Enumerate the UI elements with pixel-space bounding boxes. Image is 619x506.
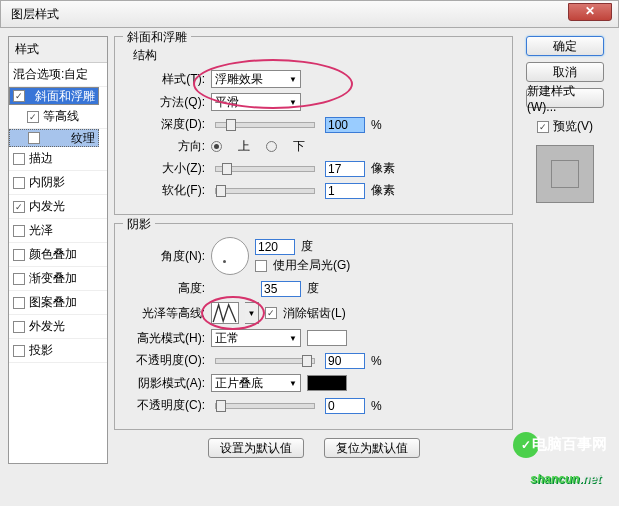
altitude-label: 高度: — [125, 280, 205, 297]
sidebar-item-inner-glow[interactable]: 内发光 — [9, 195, 107, 219]
preview-thumbnail — [536, 145, 594, 203]
antialias-checkbox[interactable] — [265, 307, 277, 319]
close-icon[interactable]: ✕ — [568, 3, 612, 21]
gloss-contour-dropdown[interactable]: ▼ — [245, 302, 259, 324]
shadow-opacity-input[interactable]: 0 — [325, 398, 365, 414]
style-label: 样式(T): — [125, 71, 205, 88]
highlight-opacity-slider[interactable] — [215, 358, 315, 364]
sidebar-header: 样式 — [9, 37, 107, 63]
sidebar-item-inner-shadow[interactable]: 内阴影 — [9, 171, 107, 195]
sidebar-item-bevel[interactable]: 斜面和浮雕 — [9, 87, 99, 105]
new-style-button[interactable]: 新建样式(W)... — [526, 88, 604, 108]
bevel-group: 斜面和浮雕 结构 样式(T): 浮雕效果▼ 方法(Q): 平滑▼ 深度(D): … — [114, 36, 513, 215]
make-default-button[interactable]: 设置为默认值 — [208, 438, 304, 458]
soften-slider[interactable] — [215, 188, 315, 194]
sidebar-blend-options[interactable]: 混合选项:自定 — [9, 63, 107, 87]
size-slider[interactable] — [215, 166, 315, 172]
size-input[interactable]: 17 — [325, 161, 365, 177]
sidebar-item-contour[interactable]: 等高线 — [9, 105, 107, 129]
dialog-title: 图层样式 — [11, 6, 59, 23]
reset-default-button[interactable]: 复位为默认值 — [324, 438, 420, 458]
highlight-color-swatch[interactable] — [307, 330, 347, 346]
chevron-down-icon: ▼ — [289, 98, 297, 107]
depth-slider[interactable] — [215, 122, 315, 128]
shading-group: 阴影 角度(N): 120 度 使用全局光(G) 高度: — [114, 223, 513, 430]
direction-down-radio[interactable] — [266, 141, 277, 152]
technique-select[interactable]: 平滑▼ — [211, 93, 301, 111]
highlight-opacity-input[interactable]: 90 — [325, 353, 365, 369]
checkbox-icon[interactable] — [13, 177, 25, 189]
checkbox-icon[interactable] — [13, 297, 25, 309]
checkbox-icon[interactable] — [13, 249, 25, 261]
checkbox-icon[interactable] — [13, 90, 25, 102]
chevron-down-icon: ▼ — [289, 334, 297, 343]
highlight-opacity-label: 不透明度(O): — [125, 352, 205, 369]
watermark-text: shancun.net — [530, 467, 601, 488]
titlebar: 图层样式 ✕ — [0, 0, 619, 28]
checkbox-icon[interactable] — [13, 225, 25, 237]
chevron-down-icon: ▼ — [289, 379, 297, 388]
angle-input[interactable]: 120 — [255, 239, 295, 255]
sidebar-item-outer-glow[interactable]: 外发光 — [9, 315, 107, 339]
shadow-opacity-slider[interactable] — [215, 403, 315, 409]
sidebar-item-color-overlay[interactable]: 颜色叠加 — [9, 243, 107, 267]
sidebar-item-pattern-overlay[interactable]: 图案叠加 — [9, 291, 107, 315]
sidebar-item-drop-shadow[interactable]: 投影 — [9, 339, 107, 363]
checkbox-icon[interactable] — [28, 132, 40, 144]
gloss-contour-preview[interactable] — [211, 302, 239, 324]
altitude-input[interactable]: 35 — [261, 281, 301, 297]
soften-label: 软化(F): — [125, 182, 205, 199]
direction-up-radio[interactable] — [211, 141, 222, 152]
preview-checkbox[interactable] — [537, 121, 549, 133]
styles-sidebar: 样式 混合选项:自定 斜面和浮雕 等高线 纹理 描边 内阴影 内发光 光泽 颜色… — [8, 36, 108, 464]
checkbox-icon[interactable] — [13, 201, 25, 213]
checkbox-icon[interactable] — [13, 321, 25, 333]
technique-label: 方法(Q): — [125, 94, 205, 111]
global-light-checkbox[interactable] — [255, 260, 267, 272]
highlight-mode-label: 高光模式(H): — [125, 330, 205, 347]
shadow-mode-label: 阴影模式(A): — [125, 375, 205, 392]
checkbox-icon[interactable] — [13, 345, 25, 357]
cancel-button[interactable]: 取消 — [526, 62, 604, 82]
sidebar-item-stroke[interactable]: 描边 — [9, 147, 107, 171]
shadow-mode-select[interactable]: 正片叠底▼ — [211, 374, 301, 392]
angle-dial[interactable] — [211, 237, 249, 275]
depth-label: 深度(D): — [125, 116, 205, 133]
shading-title: 阴影 — [123, 216, 155, 233]
sidebar-item-satin[interactable]: 光泽 — [9, 219, 107, 243]
angle-label: 角度(N): — [125, 248, 205, 265]
chevron-down-icon: ▼ — [289, 75, 297, 84]
direction-label: 方向: — [125, 138, 205, 155]
gloss-label: 光泽等高线: — [125, 305, 205, 322]
soften-input[interactable]: 1 — [325, 183, 365, 199]
shadow-color-swatch[interactable] — [307, 375, 347, 391]
depth-input[interactable]: 100 — [325, 117, 365, 133]
sidebar-item-gradient-overlay[interactable]: 渐变叠加 — [9, 267, 107, 291]
structure-title: 结构 — [133, 47, 502, 64]
highlight-mode-select[interactable]: 正常▼ — [211, 329, 301, 347]
ok-button[interactable]: 确定 — [526, 36, 604, 56]
size-label: 大小(Z): — [125, 160, 205, 177]
group-title: 斜面和浮雕 — [123, 29, 191, 46]
style-select[interactable]: 浮雕效果▼ — [211, 70, 301, 88]
sidebar-item-texture[interactable]: 纹理 — [9, 129, 99, 147]
checkbox-icon[interactable] — [13, 153, 25, 165]
checkbox-icon[interactable] — [13, 273, 25, 285]
watermark-top-text: 电脑百事网 — [532, 435, 607, 454]
checkbox-icon[interactable] — [27, 111, 39, 123]
shadow-opacity-label: 不透明度(C): — [125, 397, 205, 414]
